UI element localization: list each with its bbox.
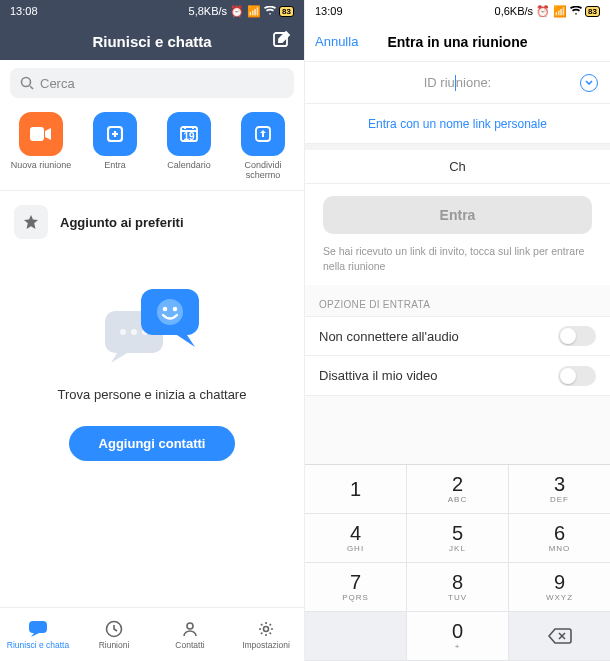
header: Annulla Entra in una riunione xyxy=(305,22,610,62)
action-share-screen[interactable]: Condividi schermo xyxy=(228,112,298,180)
search-input[interactable]: Cerca xyxy=(10,68,294,98)
wifi-icon xyxy=(264,6,276,16)
key-4[interactable]: 4GHI xyxy=(305,514,407,563)
svg-rect-14 xyxy=(29,621,47,633)
svg-point-11 xyxy=(157,299,183,325)
calendar-icon: 19 xyxy=(167,112,211,156)
bottom-nav: Riunisci e chatta Riunioni Contatti Impo… xyxy=(0,607,304,661)
svg-point-12 xyxy=(163,307,168,312)
key-0[interactable]: 0+ xyxy=(407,612,509,661)
key-7[interactable]: 7PQRS xyxy=(305,563,407,612)
empty-state: Trova persone e inizia a chattare Aggiun… xyxy=(0,253,304,461)
signal-icon: 📶 xyxy=(247,5,261,18)
empty-text: Trova persone e inizia a chattare xyxy=(58,387,247,402)
nav-settings[interactable]: Impostazioni xyxy=(228,608,304,661)
gear-icon xyxy=(257,620,275,638)
key-9[interactable]: 9WXYZ xyxy=(509,563,610,612)
svg-point-8 xyxy=(131,329,137,335)
action-calendar[interactable]: 19 Calendario xyxy=(154,112,224,180)
svg-rect-2 xyxy=(30,127,44,141)
nav-contacts[interactable]: Contatti xyxy=(152,608,228,661)
screen-join: 13:09 0,6KB/s ⏰ 📶 83 Annulla Entra in un… xyxy=(305,0,610,661)
header: Riunisci e chatta xyxy=(0,22,304,60)
status-right: 5,8KB/s ⏰ 📶 83 xyxy=(189,5,294,18)
svg-point-7 xyxy=(120,329,126,335)
status-net: 5,8KB/s xyxy=(189,5,228,17)
action-new-meeting[interactable]: Nuova riunione xyxy=(6,112,76,180)
star-icon xyxy=(14,205,48,239)
option-no-video[interactable]: Disattiva il mio video xyxy=(305,356,610,396)
video-icon xyxy=(19,112,63,156)
svg-point-13 xyxy=(173,307,178,312)
page-title: Entra in una riunione xyxy=(387,34,527,50)
search-icon xyxy=(20,76,34,90)
backspace-icon xyxy=(548,628,572,644)
battery-icon: 83 xyxy=(585,6,600,17)
status-time: 13:09 xyxy=(315,5,343,17)
toggle-audio[interactable] xyxy=(558,326,596,346)
status-bar: 13:09 0,6KB/s ⏰ 📶 83 xyxy=(305,0,610,22)
search-placeholder: Cerca xyxy=(40,76,75,91)
favorites-row[interactable]: Aggiunto ai preferiti xyxy=(0,191,304,253)
display-name-input[interactable]: Ch xyxy=(305,144,610,184)
key-1[interactable]: 1 xyxy=(305,465,407,514)
meeting-id-input[interactable]: ID riunione: xyxy=(305,62,610,104)
key-3[interactable]: 3DEF xyxy=(509,465,610,514)
compose-icon[interactable] xyxy=(272,30,292,54)
key-6[interactable]: 6MNO xyxy=(509,514,610,563)
personal-link-button[interactable]: Entra con un nome link personale xyxy=(305,104,610,144)
page-title: Riunisci e chatta xyxy=(92,33,211,50)
status-net: 0,6KB/s xyxy=(495,5,534,17)
numeric-keypad: 12ABC3DEF4GHI5JKL6MNO7PQRS8TUV9WXYZ0+ xyxy=(305,464,610,661)
favorites-label: Aggiunto ai preferiti xyxy=(60,215,184,230)
action-join[interactable]: Entra xyxy=(80,112,150,180)
svg-point-1 xyxy=(22,78,31,87)
plus-icon xyxy=(93,112,137,156)
nav-chat[interactable]: Riunisci e chatta xyxy=(0,608,76,661)
alarm-icon: ⏰ xyxy=(536,5,550,18)
wifi-icon xyxy=(570,6,582,16)
key-2[interactable]: 2ABC xyxy=(407,465,509,514)
key-empty xyxy=(305,612,407,661)
add-contacts-button[interactable]: Aggiungi contatti xyxy=(69,426,236,461)
search-container: Cerca xyxy=(0,60,304,106)
contacts-icon xyxy=(181,620,199,638)
hint-text: Se hai ricevuto un link di invito, tocca… xyxy=(305,240,610,285)
clock-icon xyxy=(105,620,123,638)
chevron-down-icon[interactable] xyxy=(580,74,598,92)
option-no-audio[interactable]: Non connettere all'audio xyxy=(305,316,610,356)
toggle-video[interactable] xyxy=(558,366,596,386)
status-time: 13:08 xyxy=(10,5,38,17)
status-bar: 13:08 5,8KB/s ⏰ 📶 83 xyxy=(0,0,304,22)
battery-icon: 83 xyxy=(279,6,294,17)
status-right: 0,6KB/s ⏰ 📶 83 xyxy=(495,5,600,18)
screen-chat: 13:08 5,8KB/s ⏰ 📶 83 Riunisci e chatta C… xyxy=(0,0,305,661)
join-button[interactable]: Entra xyxy=(323,196,592,234)
share-icon xyxy=(241,112,285,156)
action-row: Nuova riunione Entra 19 Calendario Condi… xyxy=(0,106,304,191)
alarm-icon: ⏰ xyxy=(230,5,244,18)
cancel-button[interactable]: Annulla xyxy=(315,34,358,49)
chat-icon xyxy=(28,620,48,638)
svg-point-17 xyxy=(264,626,269,631)
join-container: Entra xyxy=(305,184,610,240)
signal-icon: 📶 xyxy=(553,5,567,18)
key-5[interactable]: 5JKL xyxy=(407,514,509,563)
key-8[interactable]: 8TUV xyxy=(407,563,509,612)
chat-illustration xyxy=(97,283,207,373)
section-label: OPZIONE DI ENTRATA xyxy=(305,285,610,316)
key-backspace[interactable] xyxy=(509,612,610,661)
svg-point-16 xyxy=(187,623,193,629)
nav-meetings[interactable]: Riunioni xyxy=(76,608,152,661)
